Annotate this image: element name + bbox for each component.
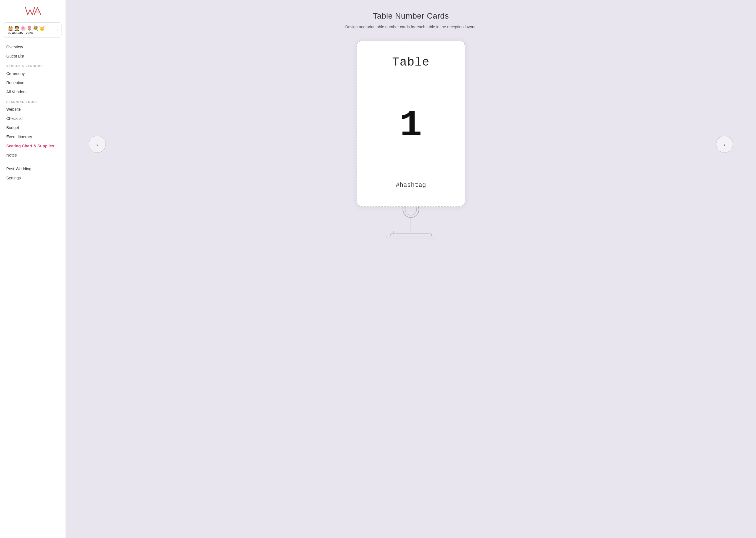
sidebar: 👰🤵🌸🌷💐👑 25 AUGUST 2024 › Overview Guest L…	[0, 0, 66, 538]
sidebar-item-settings[interactable]: Settings	[0, 173, 66, 183]
sidebar-item-budget[interactable]: Budget	[0, 123, 66, 132]
sidebar-item-all-vendors[interactable]: All Vendors	[0, 87, 66, 96]
sidebar-item-event-itinerary[interactable]: Event Itinerary	[0, 132, 66, 141]
event-card-chevron: ›	[57, 28, 58, 32]
logo	[0, 6, 66, 17]
event-icons: 👰🤵🌸🌷💐👑	[8, 26, 55, 31]
card-table-number: 1	[400, 107, 422, 144]
page-title: Table Number Cards	[373, 12, 449, 21]
svg-rect-4	[394, 231, 428, 234]
card-area: ‹ Table 1 #hashtag	[71, 41, 750, 248]
svg-rect-6	[387, 236, 435, 238]
sidebar-item-reception[interactable]: Reception	[0, 78, 66, 87]
sidebar-item-notes[interactable]: Notes	[0, 150, 66, 160]
card-table-label: Table	[392, 56, 429, 69]
sidebar-item-overview[interactable]: Overview	[0, 42, 66, 51]
next-card-button[interactable]: ›	[716, 135, 733, 153]
sidebar-item-seating-chart[interactable]: Seating Chart & Supplies	[0, 141, 66, 150]
svg-rect-5	[390, 234, 432, 236]
sidebar-item-checklist[interactable]: Checklist	[0, 114, 66, 123]
sidebar-section-venues: VENUES & VENDORS	[0, 61, 66, 69]
table-number-card: Table 1 #hashtag	[356, 41, 465, 207]
prev-card-button[interactable]: ‹	[89, 135, 106, 153]
sidebar-item-website[interactable]: Website	[0, 105, 66, 114]
sidebar-item-ceremony[interactable]: Ceremony	[0, 69, 66, 78]
event-card[interactable]: 👰🤵🌸🌷💐👑 25 AUGUST 2024 ›	[4, 22, 62, 38]
sidebar-item-guest-list[interactable]: Guest List	[0, 51, 66, 61]
event-date: 25 AUGUST 2024	[8, 31, 55, 35]
card-hashtag: #hashtag	[396, 182, 426, 189]
card-stand	[382, 201, 440, 248]
page-subtitle: Design and print table number cards for …	[345, 25, 476, 29]
table-card-wrapper: Table 1 #hashtag	[356, 41, 465, 248]
sidebar-item-post-wedding[interactable]: Post-Wedding	[0, 164, 66, 173]
main-content: Table Number Cards Design and print tabl…	[66, 0, 756, 538]
sidebar-section-planning: PLANNING TOOLS	[0, 96, 66, 105]
